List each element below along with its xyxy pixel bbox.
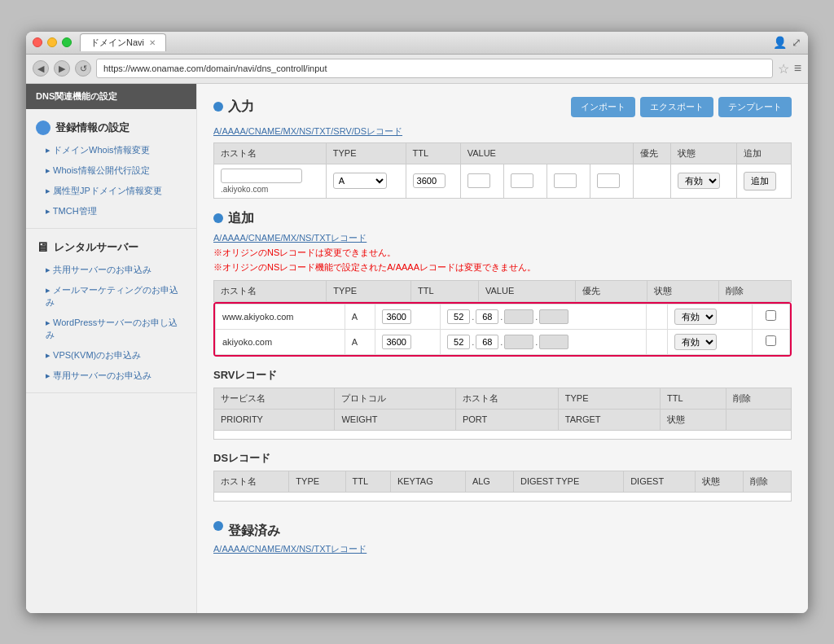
sidebar-section-rental: 🖥 レンタルサーバー 共用サーバーのお申込み メールマーケティングのお申込み W… (26, 229, 196, 393)
row1-delete (753, 304, 790, 329)
row1-val2-input[interactable] (476, 309, 498, 324)
traffic-lights (33, 37, 72, 47)
val3-input[interactable] (554, 173, 577, 188)
type-select[interactable]: A AAAA CNAME MX NS TXT SRV DS (333, 173, 387, 189)
ds-th-alg: ALG (465, 471, 513, 492)
input-record-link[interactable]: A/AAAA/CNAME/MX/NS/TXT/SRV/DSレコード (213, 126, 402, 136)
th-delete-add: 削除 (719, 280, 792, 301)
row1-ttl (375, 304, 441, 329)
add-record-link[interactable]: A/AAAA/CNAME/MX/NS/TXTレコード (213, 233, 367, 243)
input-title-group: 入力 (213, 99, 254, 116)
row2-checkbox[interactable] (766, 335, 776, 346)
sidebar-item-wordpress[interactable]: WordPressサーバーのお申し込み (26, 313, 196, 345)
row1-status-select[interactable]: 有効 無効 (674, 309, 717, 325)
registered-blue-dot (213, 521, 223, 531)
row2-val3-input[interactable] (504, 335, 533, 349)
row1-val3-input[interactable] (504, 309, 533, 324)
menu-icon[interactable]: ≡ (794, 61, 801, 76)
sidebar-item-jp-domain[interactable]: 属性型JPドメイン情報変更 (26, 181, 196, 201)
sep1: . (472, 312, 474, 322)
input-hostname-cell: .akiyoko.com (214, 164, 327, 198)
tab-close-icon[interactable]: ✕ (149, 38, 156, 47)
add-record-button[interactable]: 追加 (744, 172, 776, 191)
globe-icon (36, 120, 50, 135)
refresh-button[interactable]: ↺ (75, 60, 91, 77)
tab-bar: ドメインNavi ✕ (80, 33, 773, 51)
template-button[interactable]: テンプレート (718, 97, 792, 117)
active-tab[interactable]: ドメインNavi ✕ (80, 33, 166, 51)
registered-section: 登録済み A/AAAA/CNAME/MX/NS/TXTレコード (213, 513, 792, 555)
input-table: ホスト名 TYPE TTL VALUE 優先 状態 追加 .akiyoko.co… (213, 142, 792, 199)
sidebar-item-tmch[interactable]: TMCH管理 (26, 201, 196, 221)
ds-label: DSレコード (213, 451, 792, 466)
th-priority-add: 優先 (575, 280, 647, 301)
row2-val2-input[interactable] (476, 335, 498, 349)
ttl-input[interactable] (413, 173, 446, 188)
srv-th-ttl: TTL (661, 388, 726, 409)
val1-input[interactable] (467, 173, 490, 188)
row2-val1: . . . (441, 329, 647, 354)
person-icon[interactable]: 👤 (773, 36, 787, 49)
sidebar-item-dedicated[interactable]: 専用サーバーのお申込み (26, 366, 196, 386)
bookmark-icon[interactable]: ☆ (778, 61, 789, 77)
registered-record-link[interactable]: A/AAAA/CNAME/MX/NS/TXTレコード (213, 543, 792, 555)
forward-button[interactable]: ▶ (54, 60, 70, 77)
ds-th-digest-type: DIGEST TYPE (513, 471, 623, 492)
input-val3-cell (546, 164, 590, 198)
status-select-input[interactable]: 有効 無効 (678, 173, 720, 189)
table-row: www.akiyoko.com A . . (216, 304, 790, 329)
window-controls: 👤 ⤢ (773, 36, 801, 49)
input-add-cell: 追加 (736, 164, 791, 198)
th-ttl-add: TTL (411, 280, 479, 301)
fullscreen-icon[interactable]: ⤢ (792, 36, 801, 49)
registered-title: 登録済み (228, 523, 280, 540)
row1-priority (646, 304, 667, 329)
sep3: . (535, 312, 538, 322)
input-val2-cell (503, 164, 546, 198)
srv-table: サービス名 プロトコル ホスト名 TYPE TTL 削除 PRIORITY WE… (213, 388, 792, 440)
val2-input[interactable] (511, 173, 533, 188)
highlighted-records: www.akiyoko.com A . . (213, 302, 792, 357)
ds-table: ホスト名 TYPE TTL KEYTAG ALG DIGEST TYPE DIG… (213, 471, 792, 502)
import-button[interactable]: インポート (571, 97, 635, 117)
domain-suffix: .akiyoko.com (221, 185, 319, 194)
ds-empty-row (214, 492, 792, 501)
add-header-table: ホスト名 TYPE TTL VALUE 優先 状態 削除 (213, 280, 792, 302)
minimize-button[interactable] (47, 37, 57, 47)
input-section-heading: 入力 インポート エクスポート テンプレート (213, 97, 792, 117)
address-input[interactable] (96, 59, 773, 78)
hostname-input[interactable] (221, 169, 302, 183)
row2-status-select[interactable]: 有効 無効 (674, 334, 717, 350)
maximize-button[interactable] (62, 37, 72, 47)
export-button[interactable]: エクスポート (640, 97, 713, 117)
sidebar-item-vps[interactable]: VPS(KVM)のお申込み (26, 345, 196, 366)
row2-val4-input[interactable] (539, 335, 568, 349)
back-button[interactable]: ◀ (33, 60, 49, 77)
row1-ttl-input[interactable] (382, 309, 411, 324)
row1-checkbox[interactable] (766, 310, 776, 321)
sidebar-item-whois[interactable]: ドメインWhois情報変更 (26, 140, 196, 160)
th-hostname-add: ホスト名 (214, 280, 327, 301)
add-title-group: 追加 (213, 210, 792, 227)
th-priority-input: 優先 (633, 142, 670, 164)
th-type-add: TYPE (327, 280, 411, 301)
sidebar-header: DNS関連機能の設定 (26, 84, 196, 109)
row1-val4-input[interactable] (539, 309, 568, 324)
section-rental-label: レンタルサーバー (54, 240, 138, 255)
srv-th-hostname: ホスト名 (455, 388, 558, 409)
row2-val1-input[interactable] (447, 335, 470, 349)
val4-input[interactable] (597, 173, 620, 188)
close-button[interactable] (33, 37, 42, 47)
row2-delete (753, 329, 790, 354)
server-icon: 🖥 (36, 240, 49, 255)
row2-ttl-input[interactable] (382, 335, 411, 349)
note-2: ※オリジンのNSレコード機能で設定されたA/AAAAレコードは変更できません。 (213, 261, 792, 274)
srv-label: SRVレコード (213, 368, 792, 383)
section-title-rental: 🖥 レンタルサーバー (26, 235, 196, 260)
section-title-label: 登録情報の設定 (55, 120, 129, 135)
sidebar-item-whois-public[interactable]: Whois情報公開代行設定 (26, 160, 196, 181)
sep5: . (500, 337, 503, 347)
row1-val1-input[interactable] (447, 309, 470, 324)
sidebar-item-shared[interactable]: 共用サーバーのお申込み (26, 260, 196, 280)
sidebar-item-mail-marketing[interactable]: メールマーケティングのお申込み (26, 280, 196, 313)
